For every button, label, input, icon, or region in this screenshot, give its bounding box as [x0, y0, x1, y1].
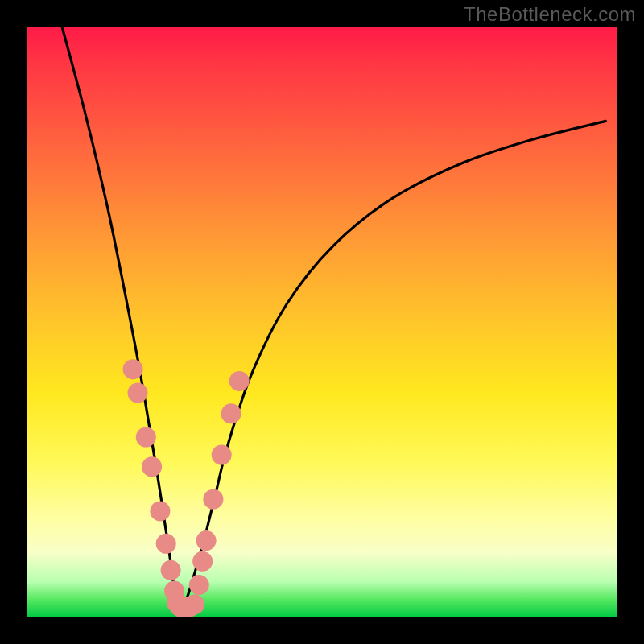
watermark-text: TheBottleneck.com — [464, 3, 636, 26]
data-point — [156, 534, 176, 554]
plot-area — [27, 27, 617, 617]
data-point — [196, 530, 217, 551]
data-point — [136, 427, 156, 448]
data-point — [123, 359, 143, 379]
marker-group — [123, 359, 250, 617]
data-point — [221, 403, 242, 423]
data-point — [229, 371, 250, 391]
data-point — [161, 560, 181, 580]
curve-layer — [27, 27, 617, 617]
data-point — [203, 489, 223, 510]
data-point — [192, 551, 213, 572]
bottleneck-curve — [62, 27, 605, 606]
data-point — [212, 445, 232, 465]
data-point — [128, 383, 148, 403]
chart-container: TheBottleneck.com — [0, 0, 644, 644]
data-point — [184, 594, 204, 614]
data-point — [142, 456, 162, 477]
data-point — [189, 575, 209, 595]
data-point — [150, 501, 170, 521]
